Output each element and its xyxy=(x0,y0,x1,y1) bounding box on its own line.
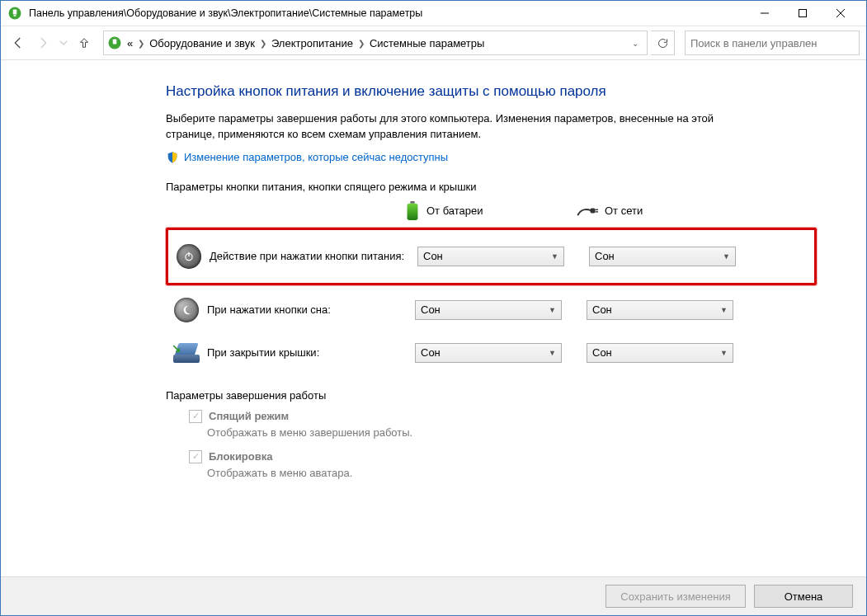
page-description: Выберите параметры завершения работы для… xyxy=(166,111,760,143)
breadcrumb-dropdown[interactable]: ⌄ xyxy=(627,39,643,48)
chevron-down-icon: ▼ xyxy=(723,252,730,261)
setting-label: При нажатии кнопки сна: xyxy=(207,303,415,316)
laptop-lid-icon: ↘ xyxy=(173,343,200,363)
minimize-button[interactable] xyxy=(746,1,784,26)
shutdown-settings-section: Параметры завершения работы ✓ Спящий реж… xyxy=(166,389,817,479)
chevron-down-icon: ▼ xyxy=(549,349,556,357)
moon-icon xyxy=(174,298,199,322)
chevron-down-icon: ▼ xyxy=(720,349,728,357)
svg-rect-11 xyxy=(590,208,595,213)
breadcrumb-segment[interactable]: Оборудование и звук xyxy=(148,35,257,51)
svg-rect-8 xyxy=(113,40,117,45)
control-panel-icon xyxy=(7,6,22,21)
search-placeholder: Поиск в панели управлен xyxy=(690,37,817,49)
page-title: Настройка кнопок питания и включение защ… xyxy=(166,83,817,100)
shield-icon xyxy=(166,151,179,164)
chevron-down-icon: ▼ xyxy=(549,306,556,314)
power-button-battery-select[interactable]: Сон▼ xyxy=(417,247,564,266)
setting-row-lid-close: ↘ При закрытии крышки: Сон▼ Сон▼ xyxy=(166,332,817,374)
power-button-ac-select[interactable]: Сон▼ xyxy=(589,247,736,266)
column-headers: От батареи От сети xyxy=(405,201,817,221)
section-shutdown-label: Параметры завершения работы xyxy=(166,389,817,402)
lock-checkbox-label: Блокировка xyxy=(209,450,272,463)
setting-label: При закрытии крышки: xyxy=(207,346,415,359)
admin-link-text[interactable]: Изменение параметров, которые сейчас нед… xyxy=(184,151,448,163)
control-panel-icon xyxy=(107,35,122,50)
sleep-checkbox-description: Отображать в меню завершения работы. xyxy=(207,426,817,439)
column-ac: От сети xyxy=(577,201,733,221)
chevron-right-icon[interactable]: ❯ xyxy=(355,39,368,48)
up-button[interactable] xyxy=(73,32,95,54)
breadcrumb-ellipsis[interactable]: « xyxy=(125,35,134,51)
section-buttons-label: Параметры кнопки питания, кнопки спящего… xyxy=(166,181,817,193)
window-frame: Панель управления\Оборудование и звук\Эл… xyxy=(0,0,867,616)
save-button[interactable]: Сохранить изменения xyxy=(605,585,746,608)
recent-locations-button[interactable] xyxy=(57,32,70,54)
window-title: Панель управления\Оборудование и звук\Эл… xyxy=(29,7,746,19)
svg-rect-2 xyxy=(14,15,16,16)
setting-label: Действие при нажатии кнопки питания: xyxy=(210,250,417,262)
content-area: Настройка кнопок питания и включение защ… xyxy=(1,60,866,576)
titlebar: Панель управления\Оборудование и звук\Эл… xyxy=(1,1,866,26)
lid-ac-select[interactable]: Сон▼ xyxy=(587,343,733,363)
forward-button[interactable] xyxy=(32,32,54,54)
refresh-button[interactable] xyxy=(651,31,675,55)
sleep-checkbox[interactable]: ✓ xyxy=(189,410,202,423)
breadcrumb-segment[interactable]: Электропитание xyxy=(270,35,355,51)
column-battery: От батареи xyxy=(405,201,562,221)
sleep-button-battery-select[interactable]: Сон▼ xyxy=(415,300,562,320)
highlighted-row: Действие при нажатии кнопки питания: Сон… xyxy=(166,228,817,285)
chevron-down-icon: ▼ xyxy=(720,306,728,314)
svg-rect-9 xyxy=(410,201,415,204)
sleep-button-ac-select[interactable]: Сон▼ xyxy=(587,300,733,320)
setting-row-sleep-button: При нажатии кнопки сна: Сон▼ Сон▼ xyxy=(166,289,817,332)
lock-checkbox[interactable]: ✓ xyxy=(189,450,202,463)
svg-rect-1 xyxy=(13,10,17,15)
svg-rect-4 xyxy=(799,10,807,17)
admin-elevation-link[interactable]: Изменение параметров, которые сейчас нед… xyxy=(166,151,817,164)
search-input[interactable]: Поиск в панели управлен xyxy=(685,31,860,55)
navigation-toolbar: « ❯ Оборудование и звук ❯ Электропитание… xyxy=(1,26,866,60)
shutdown-option-sleep: ✓ Спящий режим Отображать в меню заверше… xyxy=(189,410,817,439)
sleep-checkbox-label: Спящий режим xyxy=(209,410,289,422)
back-button[interactable] xyxy=(7,32,29,54)
setting-row-power-button: Действие при нажатии кнопки питания: Сон… xyxy=(168,235,814,278)
lock-checkbox-description: Отображать в меню аватара. xyxy=(207,467,817,479)
breadcrumb-segment[interactable]: Системные параметры xyxy=(368,35,486,51)
power-icon xyxy=(177,244,201,269)
power-plug-icon xyxy=(577,204,598,219)
battery-icon xyxy=(405,201,420,221)
footer-bar: Сохранить изменения Отмена xyxy=(1,576,866,615)
maximize-button[interactable] xyxy=(784,1,822,26)
chevron-right-icon[interactable]: ❯ xyxy=(134,39,148,48)
svg-rect-10 xyxy=(408,203,418,219)
lid-battery-select[interactable]: Сон▼ xyxy=(415,343,562,363)
chevron-down-icon: ▼ xyxy=(551,252,558,261)
cancel-button[interactable]: Отмена xyxy=(754,585,853,608)
shutdown-option-lock: ✓ Блокировка Отображать в меню аватара. xyxy=(189,450,817,479)
breadcrumb[interactable]: « ❯ Оборудование и звук ❯ Электропитание… xyxy=(103,31,648,55)
close-button[interactable] xyxy=(822,1,860,26)
chevron-right-icon[interactable]: ❯ xyxy=(257,39,270,48)
